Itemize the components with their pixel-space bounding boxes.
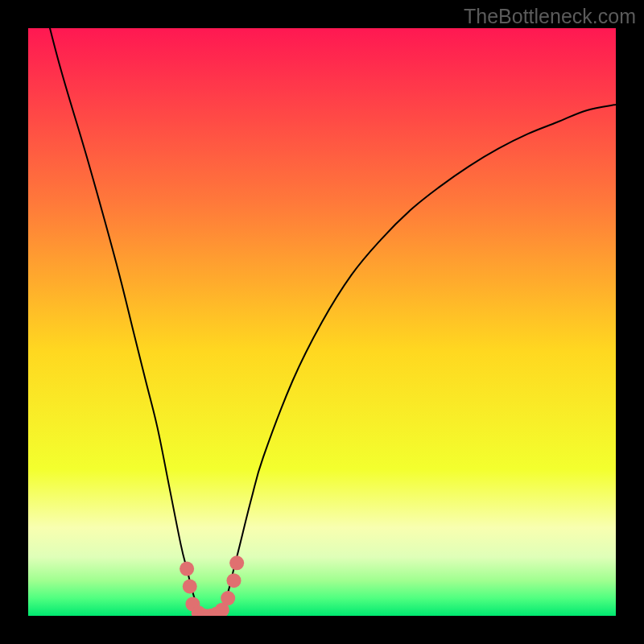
- marker-point: [227, 573, 242, 588]
- marker-point: [221, 591, 235, 605]
- watermark-text: TheBottleneck.com: [464, 5, 636, 28]
- chart-container: TheBottleneck.com: [0, 0, 644, 644]
- bottleneck-chart: [28, 28, 616, 616]
- marker-point: [180, 562, 194, 576]
- marker-point: [229, 555, 244, 570]
- plot-area: [28, 28, 616, 616]
- marker-point: [183, 580, 197, 594]
